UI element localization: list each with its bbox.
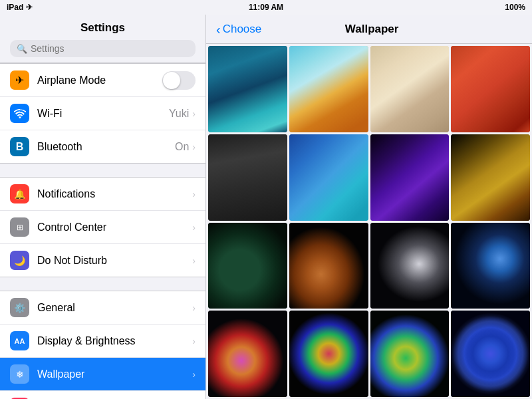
back-label[interactable]: Choose [223,23,262,36]
display-arrow: › [192,336,196,346]
notifications-arrow: › [192,189,196,200]
bluetooth-arrow: › [192,142,196,152]
wallpaper-item-12[interactable] [451,223,530,309]
search-input[interactable] [31,43,189,54]
sidebar-item-sounds[interactable]: 🔊 Sounds › [0,391,205,399]
donotdisturb-arrow: › [192,255,196,266]
status-bar-left: iPad ✈ [7,3,33,12]
right-panel: ‹ Choose Wallpaper [206,15,532,399]
bluetooth-value: On [175,141,189,153]
bluetooth-icon: B [10,137,29,156]
controlcenter-label: Control Center [37,221,192,233]
sidebar-item-donotdisturb[interactable]: 🌙 Do Not Disturb › [0,244,205,277]
settings-section-2: 🔔 Notifications › ⊞ Control Center › 🌙 D… [0,177,205,277]
wifi-label: Wi-Fi [37,108,169,120]
wallpaper-item-5[interactable] [208,134,287,221]
wallpaper-item-8[interactable] [451,134,530,221]
general-icon: ⚙️ [10,298,29,317]
wallpaper-icon: ❄ [10,364,29,384]
wallpaper-grid [206,44,532,399]
display-icon: AA [10,331,29,350]
wallpaper-item-9[interactable] [208,223,287,309]
controlcenter-icon: ⊞ [10,217,29,237]
sidebar-item-general[interactable]: ⚙️ General › [0,291,205,325]
wallpaper-item-15[interactable] [370,311,450,397]
wifi-icon [10,104,29,123]
sidebar-title: Settings [10,21,196,35]
settings-list: ✈ Airplane Mode Wi-Fi Yuki › B [0,63,205,399]
sidebar-item-airplane[interactable]: ✈ Airplane Mode [0,64,205,97]
wallpaper-item-6[interactable] [289,134,368,221]
wallpaper-item-14[interactable] [289,311,368,397]
display-label: Display & Brightness [37,335,192,347]
wifi-value: Yuki [169,108,189,120]
wallpaper-page-title: Wallpaper [261,23,482,36]
wallpaper-item-1[interactable] [208,46,287,132]
general-arrow: › [192,303,196,313]
donotdisturb-icon: 🌙 [10,251,29,270]
airplane-icon: ✈ [10,70,29,90]
settings-section-3: ⚙️ General › AA Display & Brightness › ❄… [0,291,205,399]
donotdisturb-label: Do Not Disturb [37,255,192,267]
sidebar-item-display[interactable]: AA Display & Brightness › [0,325,205,358]
sidebar-item-notifications[interactable]: 🔔 Notifications › [0,178,205,211]
wallpaper-item-3[interactable] [370,46,450,132]
wallpaper-item-7[interactable] [370,134,450,221]
back-chevron-icon: ‹ [216,23,221,36]
settings-section-1: ✈ Airplane Mode Wi-Fi Yuki › B [0,63,205,164]
wallpaper-item-2[interactable] [289,46,368,132]
notifications-label: Notifications [37,188,192,200]
search-icon: 🔍 [17,44,27,54]
bluetooth-label: Bluetooth [37,141,175,153]
sidebar-item-wallpaper[interactable]: ❄ Wallpaper › [0,358,205,391]
notifications-icon: 🔔 [10,184,29,203]
status-bar-right: 100% [505,3,525,12]
airplane-label: Airplane Mode [37,74,162,86]
wallpaper-item-16[interactable] [451,311,530,397]
wallpaper-item-11[interactable] [370,223,450,309]
wallpaper-item-13[interactable] [208,311,287,397]
status-bar: iPad ✈ 11:09 AM 100% [0,0,532,15]
right-header: ‹ Choose Wallpaper [206,15,532,44]
general-label: General [37,302,192,314]
wallpaper-arrow: › [192,369,196,380]
status-bar-time: 11:09 AM [249,3,283,12]
wifi-arrow: › [192,108,196,119]
sidebar: Settings 🔍 ✈ Airplane Mode [0,15,206,399]
controlcenter-arrow: › [192,222,196,233]
ipad-label: iPad ✈ [7,3,33,12]
app-body: Settings 🔍 ✈ Airplane Mode [0,15,532,399]
sidebar-item-bluetooth[interactable]: B Bluetooth On › [0,130,205,163]
back-button[interactable]: ‹ Choose [216,23,261,36]
wallpaper-label: Wallpaper [37,368,192,380]
sidebar-item-wifi[interactable]: Wi-Fi Yuki › [0,97,205,130]
sidebar-header: Settings 🔍 [0,15,205,63]
battery-status: 100% [505,3,525,12]
wallpaper-item-10[interactable] [289,223,368,309]
wallpaper-item-4[interactable] [451,46,530,132]
sidebar-item-controlcenter[interactable]: ⊞ Control Center › [0,211,205,244]
airplane-toggle[interactable] [162,71,196,90]
search-box[interactable]: 🔍 [10,40,196,57]
